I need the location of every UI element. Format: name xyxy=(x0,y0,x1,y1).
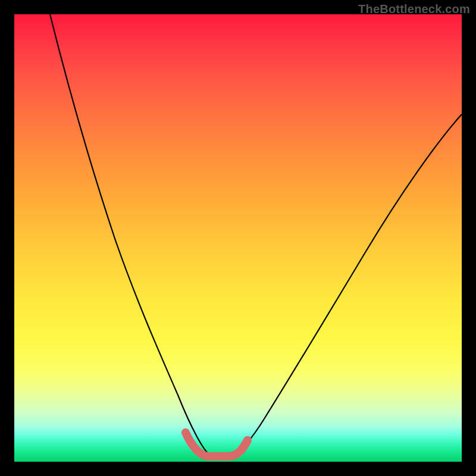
optimal-zone-highlight xyxy=(186,433,248,456)
bottleneck-curve xyxy=(50,14,462,456)
curve-layer xyxy=(14,14,462,462)
plot-area xyxy=(14,14,462,462)
watermark-text: TheBottleneck.com xyxy=(358,2,470,16)
chart-frame: TheBottleneck.com xyxy=(0,0,476,476)
